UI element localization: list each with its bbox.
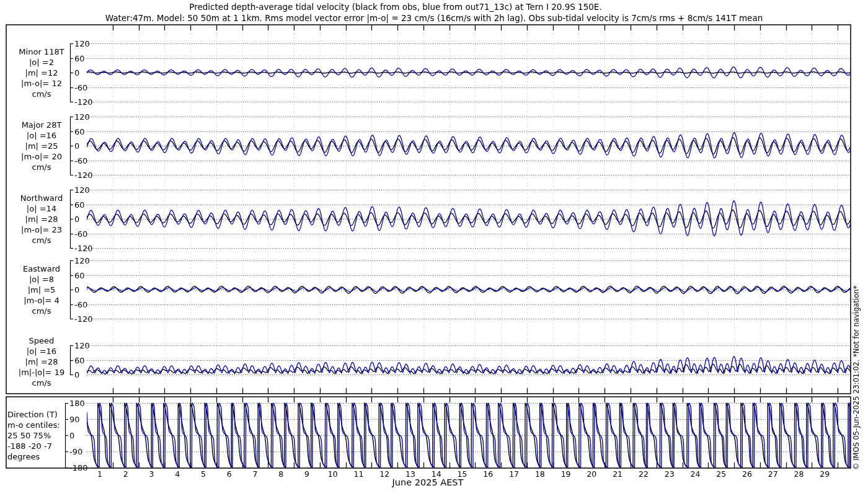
panel-label-line: |m-o|= 4 bbox=[5, 295, 78, 306]
panel-label-line: cm/s bbox=[5, 162, 78, 172]
panel-label-line: -188 -20 -7 bbox=[7, 441, 79, 451]
y-tick-label: 180 bbox=[69, 399, 85, 407]
panel-label-line: |o| =16 bbox=[5, 130, 78, 141]
panel-label-speed: Speed|o| =16|m| =28|m|-|o|= 19cm/s bbox=[5, 335, 78, 388]
panel-label-major: Major 28T|o| =16|m| =25|m-o|= 20cm/s bbox=[5, 120, 78, 172]
panel-label-line: degrees bbox=[7, 451, 79, 462]
panel-label-line: Direction (T) bbox=[7, 409, 79, 420]
panel-label-line: m-o centiles: bbox=[7, 420, 79, 430]
panel-label-line: |o| =8 bbox=[5, 274, 78, 285]
panel-label-line: |m| =5 bbox=[5, 285, 78, 295]
panel-label-line: cm/s bbox=[5, 235, 78, 246]
panel-label-line: cm/s bbox=[5, 378, 78, 388]
panel-label-line: |m| =28 bbox=[5, 214, 78, 224]
page-title-line2: Water:47m. Model: 50 50m at 1 1km. Rms m… bbox=[0, 13, 868, 23]
panel-label-eastward: Eastward|o| =8|m| =5|m-o|= 4cm/s bbox=[5, 264, 78, 316]
panel-label-line: |m-o|= 20 bbox=[5, 151, 78, 162]
panel-label-line: Minor 118T bbox=[5, 46, 78, 57]
panel-label-minor: Minor 118T|o| =2|m| =12|m-o|= 12cm/s bbox=[5, 46, 78, 99]
panel-label-line: |m| =28 bbox=[5, 356, 78, 367]
panel-label-direction: Direction (T)m-o centiles:25 50 75%-188 … bbox=[7, 409, 79, 462]
panel-label-line: |o| =2 bbox=[5, 57, 78, 68]
panel-label-line: 25 50 75% bbox=[7, 430, 79, 441]
panel-label-line: |m-o|= 23 bbox=[5, 224, 78, 235]
panel-label-line: Major 28T bbox=[5, 120, 78, 130]
panel-label-line: |m| =25 bbox=[5, 141, 78, 151]
panel-label-line: |m| =12 bbox=[5, 68, 78, 78]
panel-label-line: Northward bbox=[5, 193, 78, 203]
panel-label-line: |o| =16 bbox=[5, 346, 78, 356]
panel-label-line: Speed bbox=[5, 335, 78, 346]
tidal-velocity-figure: Predicted depth-average tidal velocity (… bbox=[0, 0, 868, 496]
panel-label-line: |o| =14 bbox=[5, 203, 78, 214]
tidal-plot-canvas bbox=[0, 0, 868, 496]
y-tick-label: -180 bbox=[69, 464, 88, 472]
panel-label-line: Eastward bbox=[5, 264, 78, 274]
panel-label-northward: Northward|o| =14|m| =28|m-o|= 23cm/s bbox=[5, 193, 78, 246]
panel-label-line: |m|-|o|= 19 bbox=[5, 367, 78, 378]
panel-label-line: cm/s bbox=[5, 306, 78, 316]
page-title-line1: Predicted depth-average tidal velocity (… bbox=[0, 2, 830, 12]
panel-label-line: cm/s bbox=[5, 89, 78, 99]
panel-label-line: |m-o|= 12 bbox=[5, 78, 78, 89]
imos-watermark: © IMOS 05-Jun-2025 23:01:02. *Not for na… bbox=[852, 286, 861, 470]
x-axis-title: June 2025 AEST bbox=[0, 477, 856, 487]
